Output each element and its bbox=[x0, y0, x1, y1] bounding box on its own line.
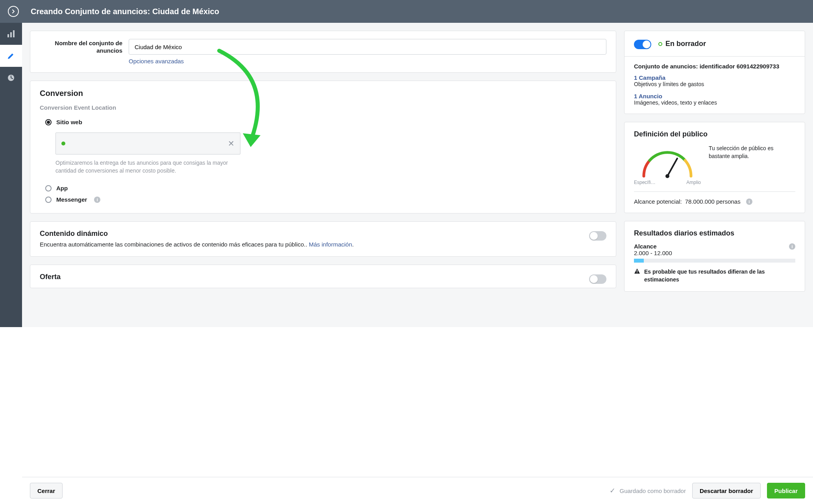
radio-messenger-label: Messenger bbox=[56, 196, 87, 203]
ad-link[interactable]: 1 Anuncio bbox=[634, 93, 795, 99]
audience-gauge: Específi… Amplio bbox=[634, 145, 701, 185]
radio-icon bbox=[45, 119, 52, 125]
estimates-warning: Es probable que tus resultados difieran … bbox=[644, 268, 795, 283]
status-dot-icon bbox=[61, 142, 65, 145]
audience-message: Tu selección de público es bastante ampl… bbox=[709, 145, 795, 160]
est-reach-label: Alcance bbox=[634, 243, 657, 250]
svg-line-4 bbox=[667, 158, 677, 176]
svg-rect-2 bbox=[13, 30, 15, 37]
status-card: En borrador Conjunto de anuncios: identi… bbox=[624, 31, 805, 114]
header-bar: Creando Conjunto de anuncios: Ciudad de … bbox=[0, 0, 813, 23]
adset-id: Conjunto de anuncios: identificador 6091… bbox=[634, 63, 795, 70]
expand-icon[interactable] bbox=[8, 6, 19, 17]
svg-rect-7 bbox=[637, 272, 637, 273]
est-reach-value: 2.000 - 12.000 bbox=[634, 250, 795, 256]
info-icon[interactable]: i bbox=[94, 197, 100, 203]
ad-sub: Imágenes, videos, texto y enlaces bbox=[634, 99, 795, 106]
dynamic-desc: Encuentra automáticamente las combinacio… bbox=[40, 240, 583, 248]
audience-title: Definición del público bbox=[634, 130, 795, 138]
svg-rect-0 bbox=[7, 34, 9, 37]
info-icon[interactable]: i bbox=[746, 199, 752, 205]
radio-app-label: App bbox=[56, 185, 68, 191]
info-icon[interactable]: i bbox=[789, 243, 795, 250]
svg-point-5 bbox=[665, 174, 669, 178]
svg-rect-1 bbox=[10, 32, 12, 37]
estimates-card: Resultados diarios estimados Alcance i 2… bbox=[624, 221, 805, 292]
pixel-selector[interactable]: ✕ bbox=[55, 132, 240, 155]
status-ring-icon bbox=[658, 42, 662, 46]
audience-card: Definición del público Específi… Ampli bbox=[624, 122, 805, 213]
dynamic-toggle[interactable] bbox=[589, 231, 606, 241]
nav-insights-icon[interactable] bbox=[0, 23, 22, 45]
nav-edit-icon[interactable] bbox=[0, 45, 22, 67]
svg-rect-6 bbox=[637, 270, 637, 272]
status-label: En borrador bbox=[658, 40, 706, 48]
dynamic-content-card: Contenido dinámico Encuentra automáticam… bbox=[30, 221, 616, 257]
conversion-helper: Optimizaremos la entrega de tus anuncios… bbox=[55, 159, 240, 175]
adset-name-label: Nombre del conjunto de anuncios bbox=[40, 39, 122, 55]
adset-name-card: Nombre del conjunto de anuncios Opciones… bbox=[30, 31, 616, 73]
offer-title: Oferta bbox=[40, 273, 583, 281]
campaign-link[interactable]: 1 Campaña bbox=[634, 74, 795, 81]
nav-history-icon[interactable] bbox=[0, 67, 22, 89]
offer-toggle[interactable] bbox=[589, 274, 606, 284]
radio-website[interactable]: Sitio web bbox=[45, 116, 606, 128]
adset-name-input[interactable] bbox=[129, 39, 606, 55]
side-nav bbox=[0, 23, 22, 327]
conversion-title: Conversion bbox=[40, 89, 606, 98]
campaign-sub: Objetivos y límites de gastos bbox=[634, 81, 795, 87]
radio-icon bbox=[45, 197, 52, 203]
reach-label: Alcance potencial: bbox=[634, 198, 682, 205]
status-text: En borrador bbox=[665, 40, 706, 48]
gauge-specific-label: Específi… bbox=[634, 180, 656, 185]
estimates-title: Resultados diarios estimados bbox=[634, 229, 795, 237]
radio-app[interactable]: App bbox=[45, 182, 606, 194]
conversion-card: Conversion Conversion Event Location Sit… bbox=[30, 81, 616, 213]
dot: . bbox=[352, 241, 354, 248]
page-title: Creando Conjunto de anuncios: Ciudad de … bbox=[31, 7, 219, 16]
radio-messenger[interactable]: Messenger i bbox=[45, 194, 606, 205]
est-reach-bar bbox=[634, 259, 795, 263]
radio-website-label: Sitio web bbox=[56, 119, 82, 125]
event-location-label: Conversion Event Location bbox=[40, 104, 606, 111]
more-info-link[interactable]: Más información bbox=[309, 241, 352, 248]
dynamic-title: Contenido dinámico bbox=[40, 230, 583, 238]
warning-icon bbox=[634, 268, 640, 283]
radio-icon bbox=[45, 185, 52, 191]
gauge-broad-label: Amplio bbox=[686, 180, 701, 185]
reach-value: 78.000.000 personas bbox=[685, 198, 741, 205]
close-icon[interactable]: ✕ bbox=[228, 139, 235, 148]
offer-card: Oferta bbox=[30, 265, 616, 288]
dynamic-desc-text: Encuentra automáticamente las combinacio… bbox=[40, 241, 309, 248]
adset-active-toggle[interactable] bbox=[634, 40, 651, 49]
advanced-options-link[interactable]: Opciones avanzadas bbox=[129, 58, 606, 64]
